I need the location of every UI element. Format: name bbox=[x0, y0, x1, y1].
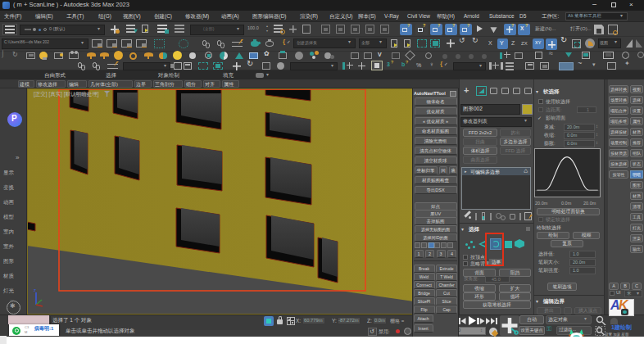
svg-text:[正交] [真实] [默认明暗处理]: [正交] [真实] [默认明暗处理] bbox=[34, 91, 99, 97]
svg-text:z: z bbox=[34, 287, 36, 292]
